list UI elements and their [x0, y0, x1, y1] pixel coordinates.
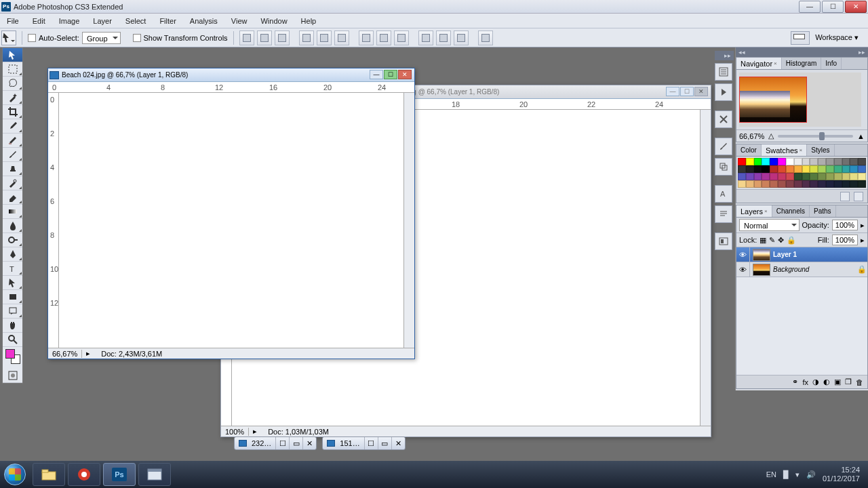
- lock-transparency-icon[interactable]: ▦: [760, 236, 766, 245]
- swatch[interactable]: [738, 158, 746, 165]
- paragraph-panel-icon[interactable]: [715, 205, 732, 223]
- scrollbar-vertical[interactable]: [403, 93, 414, 348]
- layer-thumbnail[interactable]: [753, 249, 770, 261]
- dock-collapse-handle[interactable]: ▸▸: [715, 51, 734, 60]
- swatch[interactable]: [770, 173, 778, 180]
- swatch[interactable]: [810, 165, 818, 173]
- swatch[interactable]: [778, 158, 786, 165]
- tab-info[interactable]: Info: [821, 58, 842, 69]
- swatch[interactable]: [746, 158, 754, 165]
- blur-tool[interactable]: [3, 219, 22, 233]
- foreground-background-colors[interactable]: [3, 347, 22, 369]
- swatch[interactable]: [858, 165, 866, 173]
- swatch[interactable]: [834, 165, 842, 173]
- swatch[interactable]: [778, 173, 786, 180]
- align-hcenter-icon[interactable]: [317, 30, 332, 45]
- swatch[interactable]: [842, 165, 850, 173]
- pen-tool[interactable]: [3, 247, 22, 262]
- navigator-zoom-value[interactable]: 66,67%: [739, 132, 764, 140]
- scrollbar-vertical[interactable]: [700, 110, 711, 426]
- gradient-tool[interactable]: [3, 205, 22, 219]
- swatch[interactable]: [754, 165, 762, 173]
- swatch[interactable]: [826, 165, 834, 173]
- mdi-tab-2[interactable]: 151… ☐ ▭ ✕: [322, 436, 405, 450]
- blend-mode-dropdown[interactable]: Normal: [739, 219, 800, 231]
- clock[interactable]: 15:24 01/12/2017: [823, 466, 860, 483]
- magic-wand-tool[interactable]: [3, 91, 22, 105]
- swatch[interactable]: [738, 180, 746, 188]
- brushes-panel-icon[interactable]: [715, 138, 732, 155]
- zoom-level-back[interactable]: 100%: [221, 428, 249, 436]
- doc-close-icon[interactable]: ✕: [398, 70, 412, 79]
- swatch[interactable]: [770, 180, 778, 188]
- fill-dropdown-icon[interactable]: ▸: [861, 236, 865, 245]
- document-titlebar-front[interactable]: Beach 024.jpg @ 66,7% (Layer 1, RGB/8) —…: [48, 68, 414, 82]
- swatch[interactable]: [786, 165, 794, 173]
- swatch[interactable]: [746, 173, 754, 180]
- menu-help[interactable]: Help: [294, 14, 323, 28]
- layer-style-icon[interactable]: fx: [802, 378, 808, 386]
- mdi-tab-1[interactable]: 232… ☐ ▭ ✕: [234, 436, 317, 450]
- swatch[interactable]: [794, 158, 802, 165]
- status-icon[interactable]: ▸: [249, 427, 261, 436]
- lock-all-icon[interactable]: 🔒: [787, 236, 796, 245]
- mdi-maximize-icon[interactable]: ▭: [289, 437, 302, 449]
- swatch[interactable]: [858, 158, 866, 165]
- status-icon[interactable]: ▸: [82, 349, 94, 358]
- mdi-close-icon[interactable]: ✕: [302, 437, 316, 449]
- swatch[interactable]: [794, 173, 802, 180]
- mdi-restore-icon[interactable]: ☐: [275, 437, 289, 449]
- swatch[interactable]: [850, 158, 858, 165]
- auto-align-icon[interactable]: [478, 30, 493, 45]
- visibility-toggle-icon[interactable]: 👁: [736, 247, 750, 262]
- swatch[interactable]: [834, 173, 842, 180]
- taskbar-explorer-button[interactable]: [33, 463, 65, 486]
- distribute-vcenter-icon[interactable]: [376, 30, 391, 45]
- swatch[interactable]: [762, 173, 770, 180]
- auto-select-checkbox[interactable]: [28, 34, 36, 42]
- layer-thumbnail[interactable]: [753, 264, 770, 276]
- language-indicator[interactable]: EN: [766, 470, 776, 479]
- eyedropper-tool[interactable]: [3, 119, 22, 134]
- swatch[interactable]: [802, 165, 810, 173]
- taskbar-window-button[interactable]: [138, 463, 171, 486]
- mdi-restore-icon[interactable]: ☐: [364, 437, 378, 449]
- zoom-tool[interactable]: [3, 333, 22, 347]
- quick-mask-toggle[interactable]: [3, 369, 22, 383]
- mdi-maximize-icon[interactable]: ▭: [378, 437, 391, 449]
- tab-paths[interactable]: Paths: [810, 205, 836, 217]
- align-right-icon[interactable]: [334, 30, 349, 45]
- swatch[interactable]: [842, 158, 850, 165]
- tab-histogram[interactable]: Histogram: [782, 58, 822, 69]
- swatch[interactable]: [818, 180, 826, 188]
- swatch[interactable]: [834, 158, 842, 165]
- swatch[interactable]: [746, 165, 754, 173]
- menu-layer[interactable]: Layer: [86, 14, 119, 28]
- menu-edit[interactable]: Edit: [26, 14, 52, 28]
- delete-layer-icon[interactable]: 🗑: [856, 378, 863, 386]
- swatch[interactable]: [794, 180, 802, 188]
- swatch[interactable]: [802, 180, 810, 188]
- path-selection-tool[interactable]: [3, 276, 22, 290]
- tray-network-icon[interactable]: ▾: [795, 470, 800, 479]
- clone-source-panel-icon[interactable]: [715, 158, 732, 176]
- document-window-front[interactable]: Beach 024.jpg @ 66,7% (Layer 1, RGB/8) —…: [47, 68, 415, 359]
- history-brush-tool[interactable]: [3, 176, 22, 190]
- layer-name[interactable]: Background: [773, 266, 856, 273]
- swatch[interactable]: [738, 173, 746, 180]
- hand-tool[interactable]: [3, 319, 22, 333]
- layer-mask-icon[interactable]: ◑: [812, 378, 819, 386]
- swatch[interactable]: [786, 173, 794, 180]
- menu-view[interactable]: View: [224, 14, 254, 28]
- doc-maximize-icon[interactable]: ☐: [680, 87, 694, 96]
- navigator-preview[interactable]: [739, 73, 861, 127]
- layer-group-icon[interactable]: ▣: [834, 378, 841, 386]
- character-panel-icon[interactable]: A: [715, 185, 732, 203]
- lasso-tool[interactable]: [3, 77, 22, 91]
- swatch[interactable]: [762, 158, 770, 165]
- swatch[interactable]: [778, 180, 786, 188]
- swatch[interactable]: [802, 173, 810, 180]
- taskbar-app-button[interactable]: [68, 463, 100, 486]
- swatch[interactable]: [810, 173, 818, 180]
- dodge-tool[interactable]: [3, 233, 22, 247]
